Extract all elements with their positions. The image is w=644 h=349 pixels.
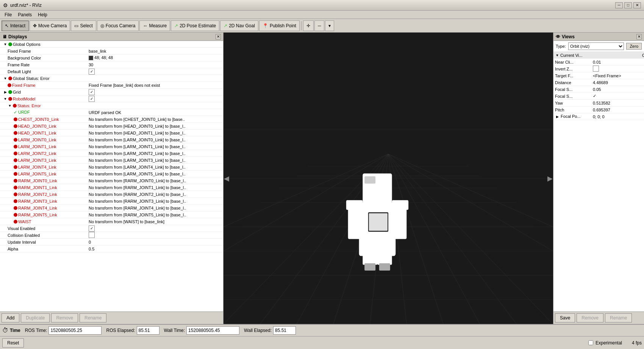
expand-arrow[interactable]: ▶ [3, 90, 8, 94]
visual-enabled-row[interactable]: Visual Enabled [0, 225, 223, 232]
grid-checkbox[interactable] [89, 89, 95, 95]
target-frame-row[interactable]: Target F... <Fixed Frame> [553, 72, 644, 79]
head-joint0-row[interactable]: HEAD_JOINT0_Link No transform from [HEAD… [0, 123, 223, 130]
global-options-name: ▼ Global Options [0, 42, 87, 47]
close-button[interactable]: ✕ [633, 2, 641, 8]
rarm-joint0-row[interactable]: RARM_JOINT0_Link No transform from [RARM… [0, 177, 223, 184]
frame-rate-row[interactable]: Frame Rate 30 [0, 61, 223, 68]
fixed-frame-row[interactable]: Fixed Frame base_link [0, 48, 223, 55]
views-collapse-button[interactable]: ✕ [636, 34, 642, 39]
invert-z-row[interactable]: Invert Z... [553, 66, 644, 72]
robot-model-checkbox[interactable] [89, 96, 95, 102]
expand-arrow[interactable]: ▼ [3, 76, 8, 81]
alpha-row[interactable]: Alpha 0.5 [0, 246, 223, 252]
displays-tree: ▼ Global Options Fixed Frame base_link [0, 41, 223, 311]
background-color-row[interactable]: Background Color 48; 48; 48 [0, 55, 223, 61]
focal-size2-row[interactable]: Focal S... ✓ [553, 93, 644, 100]
status-error-row[interactable]: ▼ Status: Error [0, 102, 223, 109]
distance-row[interactable]: Distance 4.48689 [553, 79, 644, 86]
expand-arrow[interactable]: ▼ [3, 42, 8, 47]
menu-file[interactable]: File [2, 11, 15, 18]
minimize-button[interactable]: ─ [615, 2, 623, 8]
wall-elapsed-input[interactable] [273, 326, 296, 335]
collision-enabled-row[interactable]: Collision Enabled [0, 232, 223, 239]
yaw-row[interactable]: Yaw 0.513582 [553, 100, 644, 106]
title-bar-controls[interactable]: ─ □ ✕ [615, 2, 641, 8]
remove-display-button[interactable]: Remove [51, 313, 78, 322]
fixed-frame-value: base_link [87, 49, 223, 53]
rename-view-button[interactable]: Rename [605, 313, 632, 322]
rarm-joint2-row[interactable]: RARM_JOINT2_Link No transform from [RARM… [0, 191, 223, 198]
rarm-joint4-row[interactable]: RARM_JOINT4_Link No transform from [RARM… [0, 205, 223, 211]
focal-size1-row[interactable]: Focal S... 0.05 [553, 86, 644, 93]
viewport-right-arrow[interactable]: ▶ [547, 33, 553, 324]
save-view-button[interactable]: Save [555, 313, 575, 322]
publish-point-button[interactable]: 📍 Publish Point [259, 20, 300, 31]
duplicate-display-button[interactable]: Duplicate [21, 313, 50, 322]
viewport-left-arrow[interactable]: ◀ [224, 33, 230, 324]
reset-button[interactable]: Reset [2, 338, 24, 347]
toolbar-more-button[interactable]: ─ [314, 20, 325, 31]
current-view-row[interactable]: ▼ Current Vi... Orbit (rviz) [553, 52, 644, 59]
toolbar-expand-button[interactable]: ▾ [325, 20, 334, 31]
rarm-joint1-row[interactable]: RARM_JOINT1_Link No transform from [RARM… [0, 184, 223, 191]
larm-joint2-row[interactable]: LARM_JOINT2_Link No transform from [LARM… [0, 150, 223, 157]
nav-goal-button[interactable]: ↗ 2D Nav Goal [220, 20, 258, 31]
invert-z-checkbox[interactable] [593, 66, 599, 72]
larm-joint1-row[interactable]: LARM_JOINT1_Link No transform from [LARM… [0, 143, 223, 150]
larm-joint4-row[interactable]: LARM_JOINT4_Link No transform from [LARM… [0, 164, 223, 171]
collision-enabled-checkbox[interactable] [89, 232, 95, 238]
wall-time-input[interactable] [186, 326, 239, 335]
select-button[interactable]: ▭ Select [71, 20, 96, 31]
rarm-joint5-row[interactable]: RARM_JOINT5_Link No transform from [RARM… [0, 211, 223, 218]
views-zero-button[interactable]: Zero [626, 43, 642, 50]
ros-elapsed-input[interactable] [137, 326, 159, 335]
menu-bar: File Panels Help [0, 11, 644, 19]
fixed-frame-error-row[interactable]: Fixed Frame Fixed Frame [base_link] does… [0, 82, 223, 89]
update-interval-row[interactable]: Update Interval 0 [0, 239, 223, 246]
maximize-button[interactable]: □ [624, 2, 632, 8]
larm-joint0-row[interactable]: LARM_JOINT0_Link No transform from [LARM… [0, 136, 223, 143]
focus-camera-button[interactable]: ◎ Focus Camera [97, 20, 139, 31]
robot-model-row[interactable]: ▼ RobotModel [0, 95, 223, 102]
pitch-row[interactable]: Pitch 0.695397 [553, 106, 644, 113]
menu-help[interactable]: Help [35, 11, 50, 18]
grid-row[interactable]: ▶ Grid [0, 89, 223, 95]
measure-button[interactable]: ↔ Measure [139, 20, 170, 31]
ros-time-input[interactable] [48, 326, 102, 335]
global-status-row[interactable]: ▼ Global Status: Error [0, 75, 223, 82]
add-toolbar-button[interactable]: ✛ [303, 20, 314, 31]
move-camera-button[interactable]: ✥ Move Camera [30, 20, 70, 31]
default-light-checkbox[interactable] [89, 69, 95, 75]
expand-arrow[interactable]: ▼ [3, 97, 8, 101]
urdf-row[interactable]: ✓ URDF URDF parsed OK [0, 109, 223, 116]
waist-row[interactable]: WAIST No transform from [WAIST] to [base… [0, 218, 223, 225]
toolbar-separator [301, 21, 302, 30]
displays-collapse-button[interactable]: ✕ [216, 34, 221, 39]
error-dot [14, 192, 17, 196]
head-joint1-row[interactable]: HEAD_JOINT1_Link No transform from [HEAD… [0, 130, 223, 136]
menu-panels[interactable]: Panels [15, 11, 35, 18]
remove-view-button[interactable]: Remove [577, 313, 603, 322]
views-header: 👁 Views ✕ [553, 33, 644, 41]
global-options-row[interactable]: ▼ Global Options [0, 41, 223, 48]
default-light-row[interactable]: Default Light [0, 68, 223, 75]
larm-joint5-row[interactable]: LARM_JOINT5_Link No transform from [LARM… [0, 171, 223, 177]
rarm-joint3-row[interactable]: RARM_JOINT3_Link No transform from [RARM… [0, 198, 223, 205]
add-display-button[interactable]: Add [2, 313, 19, 322]
interact-button[interactable]: ↖ Interact [2, 20, 29, 31]
experimental-checkbox[interactable] [588, 340, 593, 345]
expand-arrow[interactable]: ▶ [555, 114, 560, 119]
visual-enabled-checkbox[interactable] [89, 225, 95, 232]
near-clip-row[interactable]: Near Cli... 0.01 [553, 59, 644, 66]
chest-joint0-row[interactable]: CHEST_JOINT0_Link No transform from [CHE… [0, 116, 223, 123]
expand-arrow[interactable]: ▼ [555, 53, 560, 58]
pose-estimate-button[interactable]: ↗ 2D Pose Estimate [171, 20, 219, 31]
focal-position-row[interactable]: ▶ Focal Po... 0; 0; 0 [553, 113, 644, 120]
rename-display-button[interactable]: Rename [80, 313, 106, 322]
viewport-3d[interactable]: ◀ ▶ [224, 33, 553, 324]
svg-rect-30 [394, 205, 407, 239]
expand-arrow[interactable]: ▼ [8, 103, 12, 108]
larm-joint3-row[interactable]: LARM_JOINT3_Link No transform from [LARM… [0, 157, 223, 164]
views-type-select[interactable]: Orbit (rviz) [568, 42, 624, 50]
